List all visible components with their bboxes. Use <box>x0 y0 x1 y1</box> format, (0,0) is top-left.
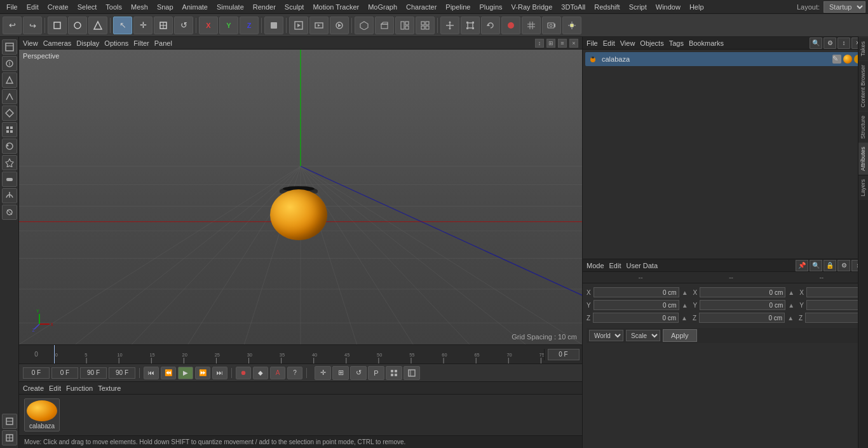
side-tab-takes[interactable]: Takes <box>858 37 868 60</box>
menu-edit[interactable]: Edit <box>23 2 43 12</box>
om-menu-view[interactable]: View <box>620 39 635 47</box>
chip-pencil[interactable]: ✎ <box>832 55 841 64</box>
attr-menu-user-data[interactable]: User Data <box>627 262 658 269</box>
rotate-tool-2-button[interactable] <box>481 17 500 34</box>
viewport-menu-filter[interactable]: Filter <box>133 39 149 47</box>
menu-tools[interactable]: Tools <box>102 2 126 12</box>
side-tab-attributes[interactable]: Attributes <box>858 142 868 175</box>
viewport-menu-options[interactable]: Options <box>104 39 128 47</box>
sidebar-btn-9[interactable] <box>2 172 17 187</box>
om-menu-tags[interactable]: Tags <box>669 39 684 47</box>
move-tool-button[interactable]: ✛ <box>133 17 153 34</box>
menu-script[interactable]: Script <box>625 2 651 12</box>
menu-character[interactable]: Character <box>402 2 440 12</box>
z-axis-button[interactable]: Z <box>240 17 259 34</box>
sidebar-btn-7[interactable] <box>2 139 17 154</box>
menu-select[interactable]: Select <box>74 2 101 12</box>
om-expand-button[interactable]: ↕ <box>837 37 850 49</box>
menu-pipeline[interactable]: Pipeline <box>442 2 474 12</box>
attr-y-pos[interactable] <box>593 300 679 310</box>
select-tool-button[interactable]: ↖ <box>113 17 132 34</box>
sidebar-btn-2[interactable] <box>2 56 17 71</box>
attr-y-arrow-1[interactable]: ▲ <box>682 302 688 309</box>
extra-btn-3[interactable]: ↺ <box>350 366 367 380</box>
render-region-button[interactable] <box>289 17 308 34</box>
side-tab-structure[interactable]: Structure <box>858 111 868 143</box>
material-menu-texture[interactable]: Texture <box>98 384 121 392</box>
menu-file[interactable]: File <box>3 2 22 12</box>
attr-y-arrow-2[interactable]: ▲ <box>788 302 794 309</box>
x-axis-button[interactable]: X <box>199 17 218 34</box>
help-button[interactable]: ? <box>287 367 302 379</box>
point-mode-button[interactable] <box>88 17 107 34</box>
play-button[interactable]: ▶ <box>178 367 193 379</box>
menu-help[interactable]: Help <box>686 2 708 12</box>
menu-snap[interactable]: Snap <box>153 2 177 12</box>
camera-button[interactable] <box>542 17 561 34</box>
viewport-ctrl2-button[interactable]: ⊞ <box>546 39 555 48</box>
attr-x-scale[interactable] <box>700 287 785 297</box>
material-menu-create[interactable]: Create <box>23 384 44 392</box>
attr-y-scale[interactable] <box>700 300 785 310</box>
menu-render[interactable]: Render <box>249 2 280 12</box>
step-back-button[interactable]: ⏪ <box>161 367 176 379</box>
viewport-menu-cameras[interactable]: Cameras <box>43 39 72 47</box>
attr-x-pos[interactable] <box>593 287 679 297</box>
auto-key-button[interactable]: A <box>270 367 285 379</box>
menu-plugins[interactable]: Plugins <box>475 2 506 12</box>
attr-menu-edit[interactable]: Edit <box>609 262 621 269</box>
sidebar-btn-5[interactable] <box>2 105 17 121</box>
end-frame-1-input[interactable] <box>80 367 107 379</box>
attr-pin-button[interactable]: 📌 <box>796 260 808 271</box>
om-search-button[interactable]: 🔍 <box>810 37 822 49</box>
split-view-button[interactable] <box>395 17 414 34</box>
play-forward-button[interactable]: ⏩ <box>195 367 210 379</box>
om-menu-bookmarks[interactable]: Bookmarks <box>689 39 724 47</box>
extra-btn-5[interactable] <box>386 366 402 380</box>
perspective-button[interactable] <box>375 17 394 34</box>
scale-tool-2-button[interactable] <box>461 17 480 34</box>
menu-sculpt[interactable]: Sculpt <box>281 2 308 12</box>
move-tool-2-button[interactable] <box>440 17 459 34</box>
side-tab-content-browser[interactable]: Content Browser <box>858 60 868 111</box>
undo-button[interactable]: ↩ <box>3 17 22 34</box>
sidebar-btn-12[interactable] <box>2 414 17 429</box>
light-button[interactable] <box>562 17 581 34</box>
sidebar-btn-11[interactable] <box>2 205 17 220</box>
menu-motion-tracker[interactable]: Motion Tracker <box>309 2 363 12</box>
viewport-menu-display[interactable]: Display <box>76 39 99 47</box>
side-tab-layers[interactable]: Layers <box>858 175 868 200</box>
end-frame-2-input[interactable] <box>109 367 135 379</box>
om-menu-edit[interactable]: Edit <box>603 39 615 47</box>
menu-redshift[interactable]: Redshift <box>590 2 623 12</box>
texture-mode-button[interactable] <box>68 17 87 34</box>
material-menu-edit[interactable]: Edit <box>49 384 61 392</box>
menu-animate[interactable]: Animate <box>179 2 212 12</box>
attr-settings-button[interactable]: ⚙ <box>837 260 850 271</box>
sidebar-btn-6[interactable] <box>2 122 17 137</box>
viewport[interactable]: Perspective X Y Z Grid Spacing <box>19 50 582 344</box>
sidebar-btn-13[interactable] <box>2 430 17 445</box>
go-to-start-button[interactable]: ⏮ <box>144 367 159 379</box>
y-axis-button[interactable]: Y <box>219 17 238 34</box>
go-to-end-button[interactable]: ⏭ <box>212 367 227 379</box>
attr-lock-button[interactable]: 🔒 <box>824 260 836 271</box>
record-button[interactable] <box>501 17 520 34</box>
extra-btn-4[interactable]: P <box>368 366 384 380</box>
rotate-tool-button[interactable]: ↺ <box>174 17 193 34</box>
attr-z-scale[interactable] <box>699 313 785 323</box>
om-menu-file[interactable]: File <box>587 39 598 47</box>
attr-z-arrow-1[interactable]: ▲ <box>681 315 688 322</box>
cube-view-button[interactable] <box>355 17 374 34</box>
apply-button[interactable]: Apply <box>663 329 697 342</box>
viewport-menu-panel[interactable]: Panel <box>154 39 172 47</box>
menu-mesh[interactable]: Mesh <box>127 2 152 12</box>
material-menu-function[interactable]: Function <box>66 384 93 392</box>
om-settings-button[interactable]: ⚙ <box>824 37 836 49</box>
attr-x-arrow-2[interactable]: ▲ <box>788 289 794 296</box>
attr-x-arrow-1[interactable]: ▲ <box>682 289 688 296</box>
attr-search-button[interactable]: 🔍 <box>810 260 822 271</box>
viewport-menu-view[interactable]: View <box>23 39 38 47</box>
viewport-ctrl4-button[interactable]: × <box>569 39 578 48</box>
render-view-button[interactable] <box>309 17 329 34</box>
